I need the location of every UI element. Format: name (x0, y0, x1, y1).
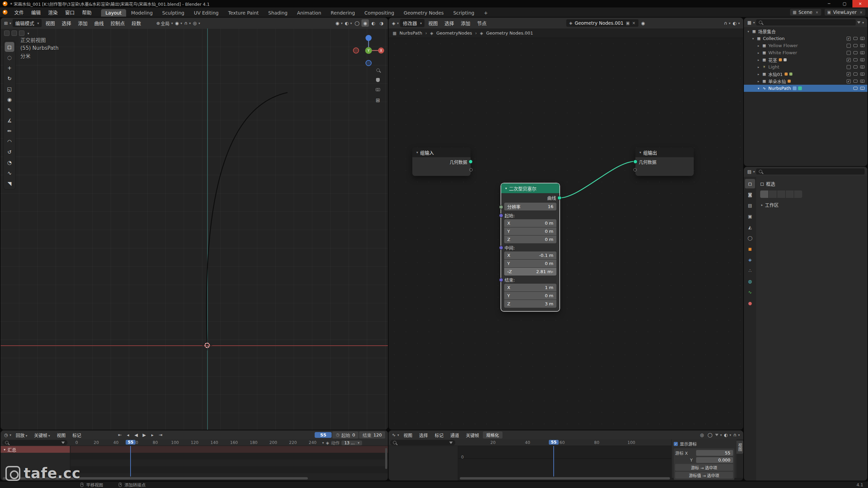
summary-channel[interactable]: ▾ 汇总 (1, 446, 70, 453)
view-layer-selector[interactable]: ▣ ViewLayer × (825, 9, 865, 16)
next-keyframe-button[interactable]: ▸ (149, 431, 156, 439)
radius-tool[interactable]: ◔ (5, 158, 14, 167)
timeline-menu-view[interactable]: 视图 (54, 431, 68, 439)
timeline-menu-keying[interactable]: 关键帧▾ (31, 431, 53, 439)
tilt-tool[interactable]: ↺ (5, 147, 14, 157)
geometry-input-socket[interactable] (633, 160, 637, 164)
start-y-field[interactable]: Y0 m (504, 227, 556, 235)
exclude-checkbox[interactable] (847, 44, 851, 48)
collapse-icon[interactable]: ▾ (416, 150, 418, 154)
geometry-output-socket[interactable] (469, 160, 473, 164)
resolution-input-socket[interactable] (499, 205, 503, 209)
properties-search-input[interactable] (756, 168, 865, 175)
tab-particles[interactable]: ∴ (745, 266, 755, 275)
tool-option-button[interactable] (769, 190, 777, 198)
collapse-icon[interactable]: ▾ (505, 186, 507, 190)
cursor-x-field[interactable]: 55 (696, 450, 733, 456)
tab-modifiers[interactable]: ◈ (745, 255, 755, 264)
unlink-tree-icon[interactable]: × (632, 21, 635, 25)
tab-scene[interactable]: ◭ (745, 222, 755, 232)
cursor-to-selection-button[interactable]: 游标 → 选中项 (675, 464, 733, 471)
workspace-tab-modeling[interactable]: Modeling (127, 9, 157, 17)
cursor-value-to-selection-button[interactable]: 游标值 → 选中项 (675, 472, 733, 479)
mirror-y-toggle[interactable] (12, 30, 17, 36)
node-menu-node[interactable]: 节点 (474, 19, 490, 27)
start-x-field[interactable]: X0 m (504, 219, 556, 227)
keyframe-area[interactable] (71, 446, 388, 481)
play-button[interactable]: ▶ (141, 431, 148, 439)
collapse-icon[interactable]: ▾ (639, 150, 641, 154)
overlays-icon[interactable]: ◐▾ (732, 19, 741, 27)
node-menu-view[interactable]: 视图 (425, 19, 441, 27)
workspace-tab-geometry-nodes[interactable]: Geometry Nodes (399, 9, 448, 17)
menu-help[interactable]: 帮助 (79, 8, 95, 17)
zoom-icon[interactable] (376, 68, 380, 72)
workspace-tab-compositing[interactable]: Compositing (360, 9, 399, 17)
editor-type-icon[interactable]: ∿▾ (391, 431, 400, 439)
exclude-checkbox[interactable] (847, 72, 851, 76)
workspace-tab-rendering[interactable]: Rendering (326, 9, 359, 17)
sidebar-tab-view[interactable]: 视图 (736, 441, 743, 454)
node-group-output[interactable]: ▾组输出 几何数据 (635, 147, 694, 176)
workspace-tab-sculpting[interactable]: Sculpting (158, 9, 189, 17)
middle-z-field[interactable]: ‹ Z 2.81 m › (504, 268, 556, 276)
menu-edit[interactable]: 编辑 (28, 8, 44, 17)
increment-arrow-icon[interactable]: › (552, 269, 553, 274)
viewport-visibility-icon[interactable] (853, 80, 857, 83)
action-value-field[interactable]: 13 ...▾ (341, 441, 362, 445)
frame-start-field[interactable]: ◷起始0 (332, 431, 358, 439)
tool-option-button[interactable] (794, 190, 802, 198)
expand-icon[interactable]: ▸ (757, 80, 760, 83)
overlays-icon[interactable]: ◐▾ (723, 431, 732, 439)
close-button[interactable]: × (852, 0, 868, 7)
snap-magnet-icon[interactable]: ∩▾ (732, 431, 741, 439)
workspace-panel-header[interactable]: ▸ 工作区 (760, 201, 863, 208)
expand-icon[interactable]: ▸ (757, 58, 760, 62)
modifier-wrench-icon[interactable] (793, 86, 796, 90)
render-visibility-icon[interactable] (860, 87, 865, 90)
fake-user-shield-icon[interactable]: ▣ (626, 21, 630, 25)
middle-x-field[interactable]: X-0.1 m (504, 251, 556, 259)
render-visibility-icon[interactable] (860, 65, 865, 68)
node-context-selector[interactable]: 修改器▾ (400, 19, 425, 27)
node-canvas[interactable]: ▾组输入 几何数据 ▾组输出 几何数据 ▾二次型贝塞尔 曲线 分辨率 (389, 38, 743, 430)
channel-search-input[interactable] (2, 440, 67, 445)
expand-icon[interactable]: ▸ (757, 73, 760, 76)
exclude-checkbox[interactable] (847, 51, 851, 55)
exclude-checkbox[interactable] (847, 79, 851, 83)
expand-icon[interactable]: ▾ (751, 37, 755, 40)
outliner-row-yellow-flower[interactable]: ▸ ▦ Yellow Flower (744, 42, 867, 49)
viewport-menu-select[interactable]: 选择 (59, 19, 74, 27)
action-selector[interactable]: ▾ ◈ 动作 13 ...▾ (321, 440, 362, 446)
shading-rendered-icon[interactable]: ◑ (378, 19, 385, 27)
tab-material[interactable]: ● (745, 298, 755, 308)
drivers-menu-channel[interactable]: 通道 (447, 431, 462, 439)
menu-render[interactable]: 渲染 (45, 8, 61, 17)
tab-view-layer[interactable]: ▣ (745, 211, 755, 221)
tab-object-data[interactable]: ∿ (745, 287, 755, 297)
draw-tool[interactable]: ✏ (5, 126, 14, 136)
rotate-tool[interactable]: ↻ (5, 74, 14, 83)
tool-option-button[interactable] (760, 190, 768, 198)
filter-icon[interactable]: ▾ (856, 19, 865, 26)
cursor-follow-icon[interactable]: ◎ (698, 431, 706, 439)
viewport-visibility-icon[interactable] (853, 44, 857, 47)
end-input-socket[interactable] (499, 278, 503, 282)
tab-object[interactable]: ◼ (745, 244, 755, 253)
virtual-input-socket[interactable] (633, 168, 637, 171)
blender-menu-icon[interactable] (3, 10, 7, 15)
editor-type-icon[interactable]: ▤▾ (747, 168, 755, 175)
curve-output-socket[interactable] (557, 196, 561, 200)
cursor-y-field[interactable]: 0.000 (696, 457, 733, 463)
scale-tool[interactable]: ◱ (5, 84, 14, 94)
filter-icon[interactable] (449, 442, 453, 444)
geometry-nodes-icon[interactable] (798, 86, 802, 90)
node-quadratic-bezier[interactable]: ▾二次型贝塞尔 曲线 分辨率 16 起始: X0 m Y0 m Z0 m 中间:… (501, 183, 559, 311)
viewport-menu-view[interactable]: 视图 (42, 19, 58, 27)
editor-type-icon[interactable]: ⊞▾ (3, 19, 12, 27)
camera-view-icon[interactable] (376, 88, 380, 91)
expand-icon[interactable]: ▸ (757, 44, 760, 47)
workspace-tab-shading[interactable]: Shading (264, 9, 292, 17)
minimize-button[interactable]: ─ (821, 0, 837, 7)
viewport-visibility-icon[interactable] (853, 65, 857, 68)
